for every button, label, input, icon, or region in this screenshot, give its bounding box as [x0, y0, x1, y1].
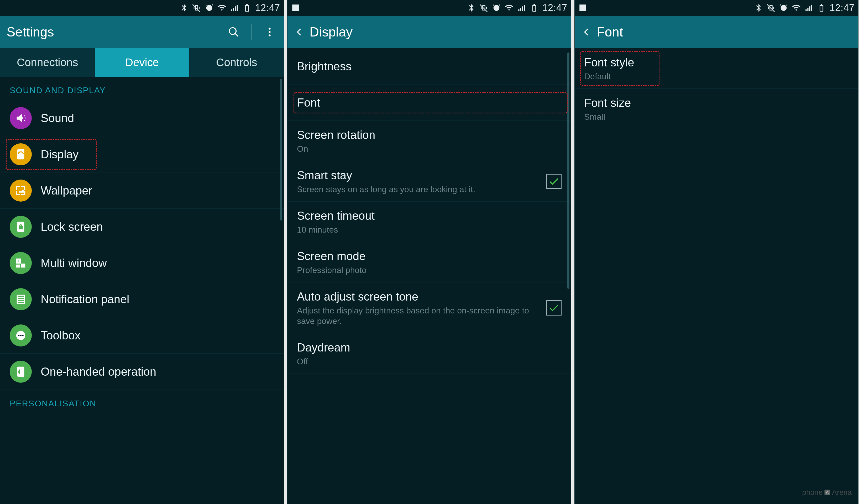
row-title: Smart stay [297, 168, 538, 182]
svg-point-4 [18, 334, 19, 336]
row-title: Screen rotation [297, 127, 561, 142]
list-item[interactable]: Brightness [287, 48, 571, 85]
list-item[interactable]: Screen modeProfessional photo [287, 242, 571, 282]
section-header: SOUND AND DISPLAY [0, 77, 284, 100]
mute-vibrate-icon [192, 3, 201, 12]
svg-text:A: A [826, 490, 829, 495]
image-icon [578, 3, 587, 12]
status-clock: 12:47 [830, 2, 855, 13]
row-title: Auto adjust screen tone [297, 289, 538, 304]
mute-vibrate-icon [767, 3, 775, 12]
battery-icon [243, 3, 252, 12]
bluetooth-icon [754, 3, 763, 12]
actionbar-title: Display [310, 25, 352, 40]
image-icon [291, 3, 300, 12]
row-title: Toolbox [41, 328, 274, 342]
list-item[interactable]: Sound [0, 100, 284, 136]
checkbox[interactable] [546, 174, 561, 189]
list[interactable]: BrightnessFontScreen rotationOnSmart sta… [287, 48, 571, 504]
wifi-icon [217, 3, 226, 12]
list-item[interactable]: Font [287, 85, 571, 121]
svg-point-0 [269, 28, 270, 30]
status-bar: 12:47 [0, 0, 284, 16]
mute-vibrate-icon [479, 3, 488, 12]
action-bar: Settings [0, 16, 284, 48]
list-item[interactable]: Screen rotationOn [287, 121, 571, 161]
back-icon[interactable] [294, 24, 304, 40]
row-subtitle: Default [584, 71, 849, 82]
svg-point-2 [269, 34, 270, 36]
wifi-icon [792, 3, 801, 12]
list-item[interactable]: Notification panel [0, 281, 284, 317]
tab-device[interactable]: Device [95, 48, 189, 77]
row-title: Font [297, 95, 561, 110]
row-title: Screen mode [297, 249, 561, 263]
status-bar: 12:47 [575, 0, 858, 16]
row-subtitle: Off [297, 356, 561, 367]
notifpanel-icon [10, 288, 32, 310]
actionbar-title: Settings [6, 25, 54, 40]
row-title: Font style [584, 55, 849, 70]
sound-icon [10, 107, 32, 129]
row-subtitle: Screen stays on as long as you are looki… [297, 184, 538, 195]
list-item[interactable]: Font styleDefault [575, 48, 858, 89]
tab-connections[interactable]: Connections [0, 48, 95, 77]
back-icon[interactable] [581, 24, 591, 40]
list-item[interactable]: Lock screen [0, 209, 284, 245]
watermark-logo-icon: A [824, 489, 831, 496]
status-clock: 12:47 [542, 2, 567, 13]
row-subtitle: 10 minutes [297, 225, 561, 235]
phone-screen-display: 12:47DisplayBrightnessFontScreen rotatio… [287, 0, 571, 504]
bluetooth-icon [180, 3, 189, 12]
row-title: Daydream [297, 340, 561, 355]
row-subtitle: On [297, 143, 561, 154]
list-item[interactable]: DaydreamOff [287, 333, 571, 374]
display-icon [10, 143, 32, 165]
section-header: PERSONALISATION [0, 390, 284, 413]
row-title: Screen timeout [297, 209, 561, 223]
list-item[interactable]: Screen timeout10 minutes [287, 202, 571, 242]
list-item[interactable]: Display [0, 136, 284, 172]
signal-icon [804, 3, 813, 12]
list-item[interactable]: Smart stayScreen stays on as long as you… [287, 161, 571, 202]
signal-icon [517, 3, 526, 12]
actionbar-title: Font [597, 25, 623, 40]
list-item[interactable]: Auto adjust screen toneAdjust the displa… [287, 282, 571, 333]
phone-screen-font: 12:47FontFont styleDefaultFont sizeSmall [574, 0, 858, 504]
tab-controls[interactable]: Controls [190, 48, 284, 77]
search-icon[interactable] [226, 24, 242, 40]
list-item[interactable]: Font sizeSmall [575, 89, 858, 129]
list-item[interactable]: Wallpaper [0, 172, 284, 209]
row-title: Display [41, 147, 274, 162]
bluetooth-icon [467, 3, 476, 12]
watermark-right: Arena [832, 488, 852, 497]
phonearena-watermark: phoneAArena [802, 488, 852, 497]
list-item[interactable]: One-handed operation [0, 354, 284, 390]
signal-icon [230, 3, 239, 12]
lockscreen-icon [10, 216, 32, 238]
multiwindow-icon [10, 252, 32, 274]
checkbox[interactable] [546, 300, 561, 316]
svg-point-6 [22, 334, 24, 336]
alarm-icon [779, 3, 788, 12]
battery-icon [817, 3, 826, 12]
row-title: One-handed operation [41, 364, 274, 379]
list[interactable]: Font styleDefaultFont sizeSmall [575, 48, 858, 504]
scrollbar[interactable] [280, 79, 282, 220]
list[interactable]: SOUND AND DISPLAYSoundDisplayWallpaperLo… [0, 77, 284, 504]
row-subtitle: Small [584, 111, 849, 122]
watermark-left: phone [802, 488, 823, 497]
tabs: ConnectionsDeviceControls [0, 48, 284, 77]
scrollbar[interactable] [567, 52, 570, 289]
row-title: Sound [41, 111, 274, 125]
list-item[interactable]: Toolbox [0, 317, 284, 354]
overflow-icon[interactable] [262, 24, 277, 40]
svg-point-5 [20, 334, 21, 336]
list-item[interactable]: Multi window [0, 245, 284, 281]
action-bar: Font [575, 16, 858, 48]
row-title: Notification panel [41, 292, 274, 306]
onehanded-icon [10, 361, 32, 383]
svg-point-1 [269, 31, 270, 33]
alarm-icon [492, 3, 501, 12]
actionbar-divider [252, 24, 252, 40]
